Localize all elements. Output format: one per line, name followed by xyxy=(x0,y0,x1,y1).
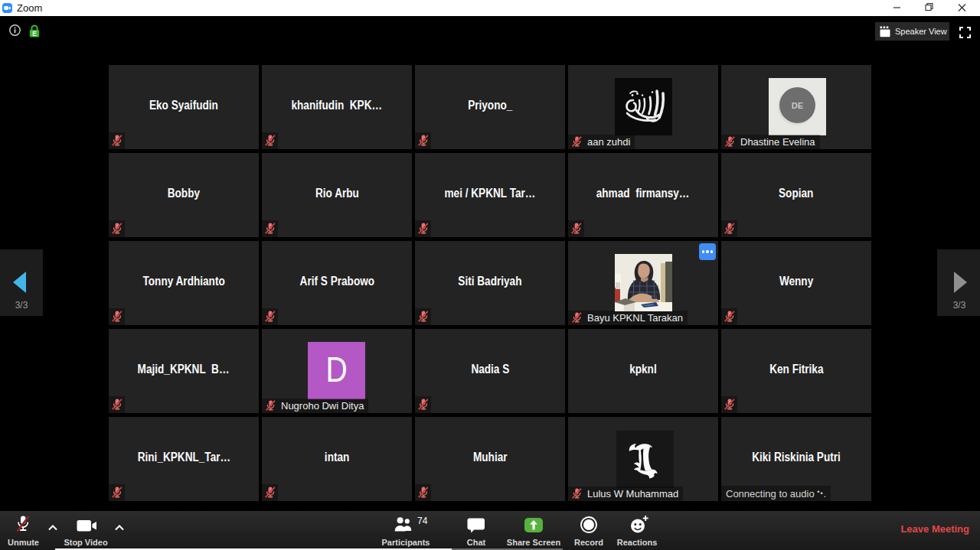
svg-text:E: E xyxy=(32,30,37,37)
svg-text:3/3: 3/3 xyxy=(15,300,28,311)
svg-text:3/3: 3/3 xyxy=(953,300,966,311)
